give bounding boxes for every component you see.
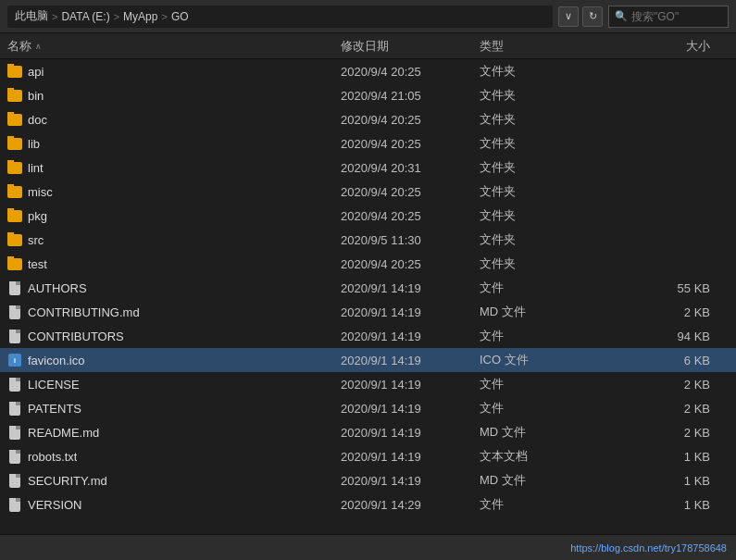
file-icon-wrapper (7, 329, 22, 343)
table-row[interactable]: src 2020/9/5 11:30 文件夹 (0, 228, 736, 252)
file-date: 2020/9/4 20:25 (341, 137, 480, 151)
breadcrumb-data[interactable]: DATA (E:) (61, 10, 109, 23)
file-date: 2020/9/4 20:25 (341, 65, 480, 79)
dropdown-button[interactable]: ∨ (558, 6, 579, 27)
file-type: 文件夹 (480, 231, 591, 248)
search-icon: 🔍 (615, 10, 628, 22)
breadcrumb-myapp[interactable]: MyApp (123, 10, 157, 23)
file-name-cell: bin (7, 88, 341, 103)
file-size: 1 KB (591, 498, 729, 512)
file-type: 文件夹 (480, 255, 591, 272)
file-name: CONTRIBUTING.md (28, 305, 140, 319)
table-row[interactable]: CONTRIBUTING.md 2020/9/1 14:19 MD 文件 2 K… (0, 300, 736, 324)
file-type: 文本文档 (480, 448, 591, 465)
table-row[interactable]: AUTHORS 2020/9/1 14:19 文件 55 KB (0, 276, 736, 300)
file-name-cell: lint (7, 160, 341, 175)
folder-icon (7, 186, 22, 198)
file-icon-wrapper (7, 401, 22, 416)
file-icon (9, 402, 20, 416)
table-row[interactable]: CONTRIBUTORS 2020/9/1 14:19 文件 94 KB (0, 324, 736, 348)
status-url: https://blog.csdn.net/try178758648 (570, 542, 727, 554)
file-icon-wrapper (7, 112, 22, 127)
table-row[interactable]: api 2020/9/4 20:25 文件夹 (0, 59, 736, 83)
file-name: AUTHORS (28, 281, 87, 295)
file-type: 文件 (480, 376, 591, 392)
refresh-button[interactable]: ↻ (582, 6, 603, 27)
file-icon (9, 305, 20, 319)
file-icon-wrapper: I (7, 353, 22, 367)
file-type: 文件夹 (480, 183, 591, 200)
breadcrumb-go[interactable]: GO (171, 10, 189, 23)
file-icon-wrapper (7, 184, 22, 199)
file-icon-wrapper (7, 425, 22, 440)
file-date: 2020/9/4 20:25 (341, 185, 480, 199)
table-row[interactable]: LICENSE 2020/9/1 14:19 文件 2 KB (0, 372, 736, 396)
table-row[interactable]: robots.txt 2020/9/1 14:19 文本文档 1 KB (0, 444, 736, 468)
ico-icon: I (8, 354, 21, 367)
column-headers: 名称 ∧ 修改日期 类型 大小 (0, 33, 736, 59)
file-icon (9, 426, 20, 440)
table-row[interactable]: SECURITY.md 2020/9/1 14:19 MD 文件 1 KB (0, 468, 736, 492)
file-icon-wrapper (7, 136, 22, 151)
file-type: MD 文件 (480, 304, 591, 320)
folder-icon (7, 234, 22, 246)
file-date: 2020/9/1 14:19 (341, 378, 480, 392)
file-icon-wrapper (7, 473, 22, 488)
file-name-cell: doc (7, 112, 341, 127)
file-name-cell: src (7, 232, 341, 247)
file-size: 55 KB (591, 281, 729, 295)
file-type: MD 文件 (480, 472, 591, 489)
file-icon (9, 474, 20, 488)
file-name-cell: AUTHORS (7, 280, 341, 295)
file-icon-wrapper (7, 377, 22, 392)
col-header-size[interactable]: 大小 (591, 38, 729, 55)
table-row[interactable]: doc 2020/9/4 20:25 文件夹 (0, 107, 736, 131)
file-date: 2020/9/4 20:31 (341, 161, 480, 175)
folder-icon (7, 258, 22, 270)
table-row[interactable]: misc 2020/9/4 20:25 文件夹 (0, 180, 736, 204)
file-date: 2020/9/4 20:25 (341, 113, 480, 127)
file-size: 94 KB (591, 330, 729, 343)
file-name: PATENTS (28, 402, 81, 416)
search-box[interactable]: 🔍 (608, 6, 729, 28)
file-name-cell: test (7, 256, 341, 271)
breadcrumb[interactable]: 此电脑 > DATA (E:) > MyApp > GO (7, 6, 553, 28)
file-name-cell: lib (7, 136, 341, 151)
file-date: 2020/9/4 20:25 (341, 257, 480, 271)
file-name-cell: api (7, 64, 341, 79)
table-row[interactable]: pkg 2020/9/4 20:25 文件夹 (0, 204, 736, 228)
table-row[interactable]: lib 2020/9/4 20:25 文件夹 (0, 131, 736, 156)
breadcrumb-computer[interactable]: 此电脑 (15, 8, 48, 24)
table-row[interactable]: bin 2020/9/4 21:05 文件夹 (0, 83, 736, 107)
table-row[interactable]: test 2020/9/4 20:25 文件夹 (0, 252, 736, 276)
table-row[interactable]: PATENTS 2020/9/1 14:19 文件 2 KB (0, 396, 736, 420)
file-icon-wrapper (7, 449, 22, 464)
file-type: 文件夹 (480, 63, 591, 80)
table-row[interactable]: I favicon.ico 2020/9/1 14:19 ICO 文件 6 KB (0, 348, 736, 372)
table-row[interactable]: VERSION 2020/9/1 14:29 文件 1 KB (0, 492, 736, 516)
file-type: 文件 (480, 328, 591, 344)
file-list: api 2020/9/4 20:25 文件夹 bin 2020/9/4 21:0… (0, 59, 736, 534)
col-header-name[interactable]: 名称 ∧ (7, 38, 341, 55)
file-name: README.md (28, 426, 99, 440)
col-header-type[interactable]: 类型 (480, 38, 591, 55)
file-name: lint (28, 161, 44, 175)
search-input[interactable] (631, 10, 722, 23)
folder-icon (7, 90, 22, 102)
file-name: lib (28, 137, 40, 151)
table-row[interactable]: lint 2020/9/4 20:31 文件夹 (0, 156, 736, 180)
file-name-cell: LICENSE (7, 377, 341, 392)
folder-icon (7, 66, 22, 78)
file-name: robots.txt (28, 450, 77, 464)
file-name-cell: I favicon.ico (7, 353, 341, 367)
file-name: test (28, 257, 47, 271)
file-name-cell: SECURITY.md (7, 473, 341, 488)
file-icon-wrapper (7, 160, 22, 175)
file-date: 2020/9/1 14:19 (341, 402, 480, 416)
sort-arrow-icon: ∧ (35, 42, 42, 51)
file-type: 文件夹 (480, 111, 591, 128)
col-header-date[interactable]: 修改日期 (341, 38, 480, 55)
table-row[interactable]: README.md 2020/9/1 14:19 MD 文件 2 KB (0, 420, 736, 444)
file-type: ICO 文件 (480, 352, 591, 368)
file-name: VERSION (28, 498, 82, 512)
